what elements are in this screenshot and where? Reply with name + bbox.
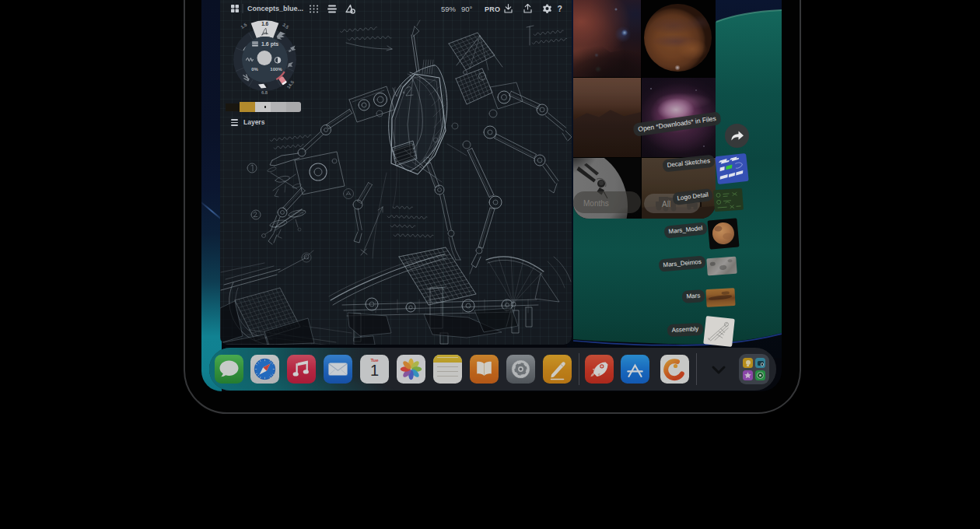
svg-text:PRO: PRO <box>485 5 500 13</box>
svg-text:59%: 59% <box>441 5 457 13</box>
svg-text:6.8: 6.8 <box>261 90 268 95</box>
svg-text:?: ? <box>558 4 562 13</box>
svg-text:3.5: 3.5 <box>282 23 290 30</box>
svg-text:1.6 pts: 1.6 pts <box>261 41 278 47</box>
svg-text:90°: 90° <box>461 5 473 13</box>
svg-text:Concepts_blue...: Concepts_blue... <box>247 5 303 12</box>
svg-text:1.5: 1.5 <box>240 22 248 30</box>
svg-text:0%: 0% <box>251 67 258 72</box>
svg-text:1.6: 1.6 <box>261 21 268 26</box>
svg-text:100%: 100% <box>270 67 282 72</box>
